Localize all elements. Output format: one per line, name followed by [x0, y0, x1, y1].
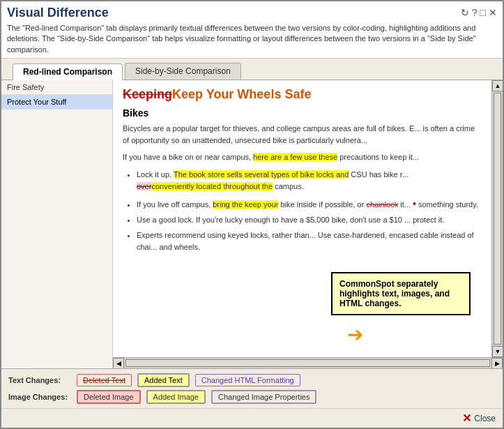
deleted-image-legend: Deleted Image [77, 390, 141, 404]
title-new-text: Keep Your Wheels Safe [172, 87, 311, 101]
vertical-scrollbar: ▲ ▼ [491, 80, 503, 357]
close-button[interactable]: ✕ Close [462, 412, 496, 425]
added-image-legend: Added Image [146, 390, 206, 404]
bullet1-strike-over: over [137, 182, 151, 190]
bullet2-highlight: bring the keep your [213, 200, 278, 209]
sidebar-item-protect-stuff[interactable]: Protect Your Stuff [1, 95, 112, 110]
tab-bar: Red-lined Comparison Side-by-Side Compar… [1, 59, 503, 80]
tab-sidebyside[interactable]: Side-by-Side Comparison [125, 63, 241, 80]
scroll-left-button[interactable]: ◀ [113, 358, 124, 368]
title-bar: Visual Difference ↻ ? □ ✕ The "Red-lined… [1, 1, 503, 59]
image-changes-row: Image Changes: Deleted Image Added Image… [8, 390, 496, 404]
bullet-2: If you live off campus, bring the keep y… [137, 196, 482, 211]
text-changes-label: Text Changes: [8, 376, 71, 384]
image-changes-label: Image Changes: [8, 393, 71, 401]
bullet-1: Lock it up. The book store sells several… [137, 169, 482, 193]
scroll-down-button[interactable]: ▼ [492, 346, 503, 357]
content-panel: KeepingKeep Your Wheels Safe Bikes Bicyc… [113, 80, 491, 357]
tooltip-arrow-icon: ➔ [347, 323, 363, 346]
content-wrapper: KeepingKeep Your Wheels Safe Bikes Bicyc… [113, 80, 503, 368]
tooltip-box: CommonSpot separately highlights text, i… [331, 272, 471, 315]
text-changes-row: Text Changes: Deleted Text Added Text Ch… [8, 373, 496, 387]
bullet-3: Use a good lock. If you're lucky enough … [137, 214, 482, 227]
scroll-thumb-horizontal[interactable] [125, 359, 490, 367]
footer: ✕ Close [1, 408, 503, 428]
maximize-icon[interactable]: □ [480, 7, 486, 18]
bullet1-highlight: The book store sells several types of bi… [174, 170, 349, 179]
help-icon[interactable]: ? [472, 7, 478, 18]
bullet1-new: conveniently located throughout the [151, 182, 273, 190]
para2-link: here are a few use these [253, 153, 337, 161]
para1: Bicycles are a popular target for thieve… [123, 123, 482, 146]
scroll-thumb-vertical[interactable] [494, 93, 501, 345]
title-deleted-text: Keeping [123, 87, 172, 101]
tab-redlined[interactable]: Red-lined Comparison [13, 63, 123, 80]
changed-html-legend: Changed HTML Formatting [195, 374, 300, 386]
scroll-right-button[interactable]: ▶ [491, 358, 503, 368]
para2: If you have a bike on or near campus, he… [123, 151, 482, 163]
deleted-text-legend: Deleted Text [77, 374, 132, 386]
sidebar: Fire Safety Protect Your Stuff [1, 80, 113, 368]
tooltip-text: CommonSpot separately highlights text, i… [339, 279, 450, 308]
window-title: Visual Difference [7, 6, 109, 20]
close-x-icon: ✕ [462, 412, 471, 425]
article-title: KeepingKeep Your Wheels Safe [123, 87, 482, 102]
changed-properties-legend: Changed Image Properties [211, 390, 316, 404]
legend: Text Changes: Deleted Text Added Text Ch… [1, 368, 503, 408]
section-heading: Bikes [123, 107, 482, 119]
close-window-icon[interactable]: ✕ [489, 7, 497, 18]
horizontal-scrollbar: ◀ ▶ [113, 357, 503, 368]
refresh-icon[interactable]: ↻ [461, 7, 469, 18]
bullet-4: Experts recommend using keyed locks, rat… [137, 229, 482, 254]
sidebar-item-fire-safety[interactable]: Fire Safety [1, 80, 112, 95]
bullet-list: Lock it up. The book store sells several… [137, 169, 482, 254]
red-dot: • [413, 198, 416, 209]
scroll-up-button[interactable]: ▲ [492, 80, 503, 91]
close-label: Close [474, 414, 496, 423]
scroll-area: KeepingKeep Your Wheels Safe Bikes Bicyc… [113, 80, 503, 368]
added-text-legend: Added Text [137, 373, 190, 387]
bullet2-strike: chainlock [366, 200, 398, 209]
visual-difference-window: Visual Difference ↻ ? □ ✕ The "Red-lined… [0, 0, 504, 429]
window-description: The "Red-lined Comparison" tab displays … [7, 23, 497, 55]
